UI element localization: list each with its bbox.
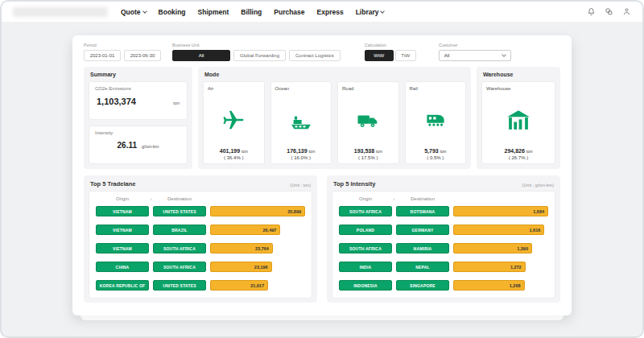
destination-badge[interactable]: BOTSWANA [396,206,449,216]
intensity-row: INDIA NEPAL 1,272 [339,262,548,272]
nav-library-label: Library [356,8,379,16]
destination-badge[interactable]: UNITED STATES [153,206,206,216]
nav-booking[interactable]: Booking [159,8,186,16]
intensity-chart-panel: Top 5 Intensity (Unit : g/ton-km) Origin… [327,175,560,303]
main-nav: Quote Booking Shipment Billing Purchase … [121,8,384,16]
warehouse-card: Warehouse 294,826ton ( 26.7% ) [481,81,555,164]
value-bar[interactable]: 23,196 [210,262,272,272]
customer-select[interactable]: All [439,50,511,61]
train-icon [423,108,448,132]
nav-billing[interactable]: Billing [241,8,262,16]
nav-booking-label: Booking [159,8,186,16]
origin-badge[interactable]: VIETNAM [96,225,149,235]
nav-quote-label: Quote [121,8,141,16]
nav-quote[interactable]: Quote [121,8,147,16]
rail-unit: ton [440,149,447,154]
destination-badge[interactable]: SOUTH AFRICA [153,262,206,272]
mode-card-road: Road 193 [337,81,399,164]
intensity-row: SOUTH AFRICA BOTSWANA 1,684 [339,206,548,216]
chevron-down-icon [381,9,386,14]
ocean-unit: ton [309,149,316,154]
emissions-value: 1,103,374 [97,97,136,106]
origin-badge[interactable]: SOUTH AFRICA [339,206,392,216]
nav-shipment[interactable]: Shipment [198,8,229,16]
intensity-value: 26.11 [118,141,137,150]
intensity-card: Intensity 26.11 g/ton-km [89,126,188,164]
period-to-input[interactable] [124,50,161,61]
destination-badge[interactable]: NEPAL [396,262,449,272]
calculation-label: Calculation [365,43,416,47]
tradelane-chart-card: Origin › Destination VIETNAM UNITED STAT… [89,191,312,299]
period-label: Period [84,43,161,47]
value-bar[interactable]: 23,764 [210,243,273,254]
next-card-peek [80,315,564,320]
origin-badge[interactable]: POLAND [339,225,392,235]
period-filter: Period [84,43,161,61]
emissions-label: CO2e Emissions [95,86,181,91]
tradelane-column-headers: Origin › Destination [96,196,305,201]
business-unit-global-forwarding-button[interactable]: Global Forwarding [233,50,286,61]
value-bar[interactable]: 26,497 [210,225,280,235]
value-bar[interactable]: 1,268 [453,280,525,291]
warehouse-icon [506,108,530,132]
rail-value: 5,793 [424,148,439,154]
period-from-input[interactable] [84,50,121,61]
tradelane-row: KOREA REPUBLIC OF UNITED STATES 21,917 [96,280,305,291]
customer-label: Customer [439,43,511,47]
value-bar[interactable]: 1,616 [453,225,544,235]
road-value: 193,538 [354,148,374,154]
destination-badge[interactable]: UNITED STATES [153,280,206,291]
origin-badge[interactable]: KOREA REPUBLIC OF [96,280,149,291]
destination-badge[interactable]: GERMANY [396,225,449,235]
apps-icon[interactable] [605,7,613,16]
mode-panel: Mode Air 401,199ton [198,67,471,169]
destination-badge[interactable]: NAMIBIA [396,243,449,254]
intensity-row: INDONESIA SINGAPORE 1,268 [339,280,548,291]
air-unit: ton [242,149,248,154]
destination-header: Destination [396,196,449,201]
origin-badge[interactable]: SOUTH AFRICA [339,243,392,254]
destination-badge[interactable]: SINGAPORE [396,280,449,291]
nav-billing-label: Billing [241,8,262,16]
nav-purchase[interactable]: Purchase [274,8,304,16]
nav-purchase-label: Purchase [274,8,304,16]
user-icon[interactable] [622,7,631,16]
destination-badge[interactable]: BRAZIL [153,225,206,235]
origin-badge[interactable]: VIETNAM [96,206,149,216]
mode-card-air: Air 401,199ton ( 36.4% ) [203,81,265,164]
business-unit-contract-logistics-button[interactable]: Contract Logistics [289,50,341,61]
summary-panel: Summary CO2e Emissions 1,103,374 ton Int… [84,67,192,169]
intensity-row: POLAND GERMANY 1,616 [339,225,548,235]
destination-badge[interactable]: SOUTH AFRICA [153,243,206,254]
origin-badge[interactable]: INDONESIA [339,280,392,291]
road-unit: ton [376,149,382,154]
value-bar[interactable]: 1,390 [453,243,532,254]
app-window: Quote Booking Shipment Billing Purchase … [0,0,644,338]
air-value: 401,199 [220,148,240,154]
value-bar[interactable]: 35,899 [210,206,305,216]
top-navigation-bar: Quote Booking Shipment Billing Purchase … [2,2,642,23]
value-bar[interactable]: 21,917 [210,280,268,291]
nav-shipment-label: Shipment [198,8,229,16]
intensity-chart-title: Top 5 Intensity [333,180,375,188]
business-unit-filter: Business Unit All Global Forwarding Cont… [172,43,341,61]
value-bar[interactable]: 1,272 [453,262,526,272]
calculation-wtw-button[interactable]: WtW [365,50,394,61]
ship-icon [289,108,313,132]
calculation-ttw-button[interactable]: TtW [395,50,416,61]
nav-express[interactable]: Express [317,8,344,16]
value-bar[interactable]: 1,684 [453,206,548,216]
business-unit-all-button[interactable]: All [172,50,230,61]
nav-library[interactable]: Library [356,8,385,16]
origin-badge[interactable]: INDIA [339,262,392,272]
origin-badge[interactable]: CHINA [96,262,149,272]
notification-icon[interactable] [587,7,596,16]
tradelane-row: VIETNAM SOUTH AFRICA 23,764 [96,243,305,254]
air-share: ( 36.4% ) [208,155,260,160]
tradelane-row: CHINA SOUTH AFRICA 23,196 [96,262,305,272]
customer-selected-value: All [444,53,450,58]
intensity-label: Intensity [95,130,181,135]
rail-share: ( 0.5% ) [410,155,462,160]
origin-badge[interactable]: VIETNAM [96,243,149,254]
company-logo [13,7,108,17]
